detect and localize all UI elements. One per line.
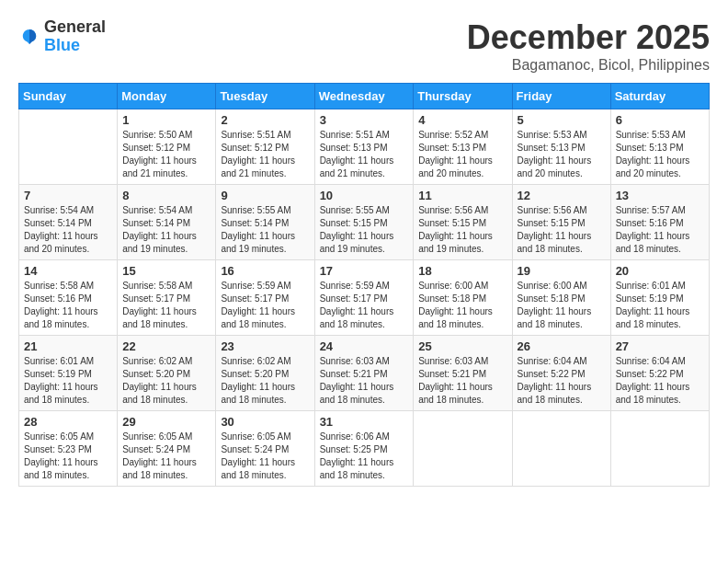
day-info: Sunrise: 6:05 AM Sunset: 5:24 PM Dayligh… bbox=[221, 431, 309, 482]
weekday-header-friday: Friday bbox=[512, 84, 610, 109]
day-number: 7 bbox=[24, 189, 112, 202]
day-cell: 13Sunrise: 5:57 AM Sunset: 5:16 PM Dayli… bbox=[610, 185, 709, 260]
day-info: Sunrise: 5:53 AM Sunset: 5:13 PM Dayligh… bbox=[616, 129, 704, 180]
day-cell: 4Sunrise: 5:52 AM Sunset: 5:13 PM Daylig… bbox=[414, 109, 512, 185]
day-number: 6 bbox=[616, 113, 704, 127]
day-number: 25 bbox=[418, 339, 506, 353]
day-number: 23 bbox=[221, 339, 309, 353]
day-number: 5 bbox=[518, 113, 606, 127]
day-info: Sunrise: 5:56 AM Sunset: 5:15 PM Dayligh… bbox=[418, 204, 506, 256]
day-cell bbox=[610, 411, 709, 487]
logo-text: General Blue bbox=[44, 18, 106, 55]
day-number: 15 bbox=[122, 264, 210, 278]
week-row-1: 1Sunrise: 5:50 AM Sunset: 5:12 PM Daylig… bbox=[19, 109, 710, 185]
weekday-header-sunday: Sunday bbox=[19, 84, 118, 109]
day-cell bbox=[19, 109, 118, 185]
day-number: 1 bbox=[122, 113, 210, 127]
day-number: 29 bbox=[122, 415, 210, 429]
day-number: 21 bbox=[24, 339, 112, 353]
day-number: 14 bbox=[24, 264, 112, 278]
weekday-header-row: SundayMondayTuesdayWednesdayThursdayFrid… bbox=[19, 84, 710, 109]
day-number: 28 bbox=[24, 415, 112, 429]
day-cell: 10Sunrise: 5:55 AM Sunset: 5:15 PM Dayli… bbox=[314, 185, 414, 260]
day-number: 30 bbox=[221, 415, 309, 429]
header: General Blue December 2025 Bagamanoc, Bi… bbox=[18, 18, 710, 74]
weekday-header-thursday: Thursday bbox=[414, 84, 512, 109]
day-cell: 11Sunrise: 5:56 AM Sunset: 5:15 PM Dayli… bbox=[414, 185, 512, 260]
day-number: 9 bbox=[221, 189, 309, 202]
day-cell: 6Sunrise: 5:53 AM Sunset: 5:13 PM Daylig… bbox=[610, 109, 709, 185]
day-info: Sunrise: 6:02 AM Sunset: 5:20 PM Dayligh… bbox=[122, 355, 210, 407]
day-cell: 24Sunrise: 6:03 AM Sunset: 5:21 PM Dayli… bbox=[314, 336, 414, 411]
day-number: 19 bbox=[518, 264, 606, 278]
day-cell bbox=[512, 411, 610, 487]
day-number: 4 bbox=[418, 113, 506, 127]
day-info: Sunrise: 6:01 AM Sunset: 5:19 PM Dayligh… bbox=[24, 355, 112, 407]
day-cell: 22Sunrise: 6:02 AM Sunset: 5:20 PM Dayli… bbox=[118, 336, 216, 411]
weekday-header-saturday: Saturday bbox=[610, 84, 709, 109]
day-number: 31 bbox=[320, 415, 409, 429]
day-cell: 26Sunrise: 6:04 AM Sunset: 5:22 PM Dayli… bbox=[512, 336, 610, 411]
day-cell: 1Sunrise: 5:50 AM Sunset: 5:12 PM Daylig… bbox=[118, 109, 216, 185]
day-number: 26 bbox=[518, 339, 606, 353]
day-info: Sunrise: 6:04 AM Sunset: 5:22 PM Dayligh… bbox=[616, 355, 704, 407]
day-number: 27 bbox=[616, 339, 704, 353]
location: Bagamanoc, Bicol, Philippines bbox=[467, 57, 710, 74]
weekday-header-tuesday: Tuesday bbox=[216, 84, 314, 109]
day-cell: 18Sunrise: 6:00 AM Sunset: 5:18 PM Dayli… bbox=[414, 260, 512, 336]
day-info: Sunrise: 5:56 AM Sunset: 5:15 PM Dayligh… bbox=[518, 204, 606, 256]
day-number: 20 bbox=[616, 264, 704, 278]
day-info: Sunrise: 5:59 AM Sunset: 5:17 PM Dayligh… bbox=[221, 280, 309, 331]
day-info: Sunrise: 5:51 AM Sunset: 5:12 PM Dayligh… bbox=[221, 129, 309, 180]
weekday-header-monday: Monday bbox=[118, 84, 216, 109]
day-number: 12 bbox=[518, 189, 606, 202]
day-info: Sunrise: 5:50 AM Sunset: 5:12 PM Dayligh… bbox=[122, 129, 210, 180]
day-cell: 3Sunrise: 5:51 AM Sunset: 5:13 PM Daylig… bbox=[314, 109, 414, 185]
day-info: Sunrise: 5:52 AM Sunset: 5:13 PM Dayligh… bbox=[418, 129, 506, 180]
day-number: 18 bbox=[418, 264, 506, 278]
day-cell: 25Sunrise: 6:03 AM Sunset: 5:21 PM Dayli… bbox=[414, 336, 512, 411]
day-number: 13 bbox=[616, 189, 704, 202]
logo-icon bbox=[18, 26, 40, 48]
day-info: Sunrise: 6:03 AM Sunset: 5:21 PM Dayligh… bbox=[320, 355, 409, 407]
day-cell: 5Sunrise: 5:53 AM Sunset: 5:13 PM Daylig… bbox=[512, 109, 610, 185]
day-number: 16 bbox=[221, 264, 309, 278]
day-cell bbox=[414, 411, 512, 487]
day-info: Sunrise: 6:06 AM Sunset: 5:25 PM Dayligh… bbox=[320, 431, 409, 482]
day-cell: 30Sunrise: 6:05 AM Sunset: 5:24 PM Dayli… bbox=[216, 411, 314, 487]
day-info: Sunrise: 6:04 AM Sunset: 5:22 PM Dayligh… bbox=[518, 355, 606, 407]
day-number: 24 bbox=[320, 339, 409, 353]
day-info: Sunrise: 5:57 AM Sunset: 5:16 PM Dayligh… bbox=[616, 204, 704, 256]
day-cell: 17Sunrise: 5:59 AM Sunset: 5:17 PM Dayli… bbox=[314, 260, 414, 336]
day-cell: 14Sunrise: 5:58 AM Sunset: 5:16 PM Dayli… bbox=[19, 260, 118, 336]
day-info: Sunrise: 6:05 AM Sunset: 5:24 PM Dayligh… bbox=[122, 431, 210, 482]
day-info: Sunrise: 5:55 AM Sunset: 5:14 PM Dayligh… bbox=[221, 204, 309, 256]
day-number: 2 bbox=[221, 113, 309, 127]
title-area: December 2025 Bagamanoc, Bicol, Philippi… bbox=[467, 18, 710, 74]
day-cell: 19Sunrise: 6:00 AM Sunset: 5:18 PM Dayli… bbox=[512, 260, 610, 336]
day-cell: 15Sunrise: 5:58 AM Sunset: 5:17 PM Dayli… bbox=[118, 260, 216, 336]
day-number: 22 bbox=[122, 339, 210, 353]
weekday-header-wednesday: Wednesday bbox=[314, 84, 414, 109]
day-cell: 21Sunrise: 6:01 AM Sunset: 5:19 PM Dayli… bbox=[19, 336, 118, 411]
day-number: 3 bbox=[320, 113, 409, 127]
day-cell: 20Sunrise: 6:01 AM Sunset: 5:19 PM Dayli… bbox=[610, 260, 709, 336]
day-cell: 16Sunrise: 5:59 AM Sunset: 5:17 PM Dayli… bbox=[216, 260, 314, 336]
week-row-5: 28Sunrise: 6:05 AM Sunset: 5:23 PM Dayli… bbox=[19, 411, 710, 487]
day-cell: 7Sunrise: 5:54 AM Sunset: 5:14 PM Daylig… bbox=[19, 185, 118, 260]
day-info: Sunrise: 6:01 AM Sunset: 5:19 PM Dayligh… bbox=[616, 280, 704, 331]
day-info: Sunrise: 6:05 AM Sunset: 5:23 PM Dayligh… bbox=[24, 431, 112, 482]
month-title: December 2025 bbox=[467, 18, 710, 57]
week-row-4: 21Sunrise: 6:01 AM Sunset: 5:19 PM Dayli… bbox=[19, 336, 710, 411]
day-info: Sunrise: 5:58 AM Sunset: 5:17 PM Dayligh… bbox=[122, 280, 210, 331]
day-number: 8 bbox=[122, 189, 210, 202]
logo: General Blue bbox=[18, 18, 106, 55]
day-cell: 28Sunrise: 6:05 AM Sunset: 5:23 PM Dayli… bbox=[19, 411, 118, 487]
day-info: Sunrise: 5:51 AM Sunset: 5:13 PM Dayligh… bbox=[320, 129, 409, 180]
day-info: Sunrise: 5:59 AM Sunset: 5:17 PM Dayligh… bbox=[320, 280, 409, 331]
day-cell: 29Sunrise: 6:05 AM Sunset: 5:24 PM Dayli… bbox=[118, 411, 216, 487]
day-number: 10 bbox=[320, 189, 409, 202]
day-info: Sunrise: 5:55 AM Sunset: 5:15 PM Dayligh… bbox=[320, 204, 409, 256]
day-number: 17 bbox=[320, 264, 409, 278]
day-cell: 2Sunrise: 5:51 AM Sunset: 5:12 PM Daylig… bbox=[216, 109, 314, 185]
